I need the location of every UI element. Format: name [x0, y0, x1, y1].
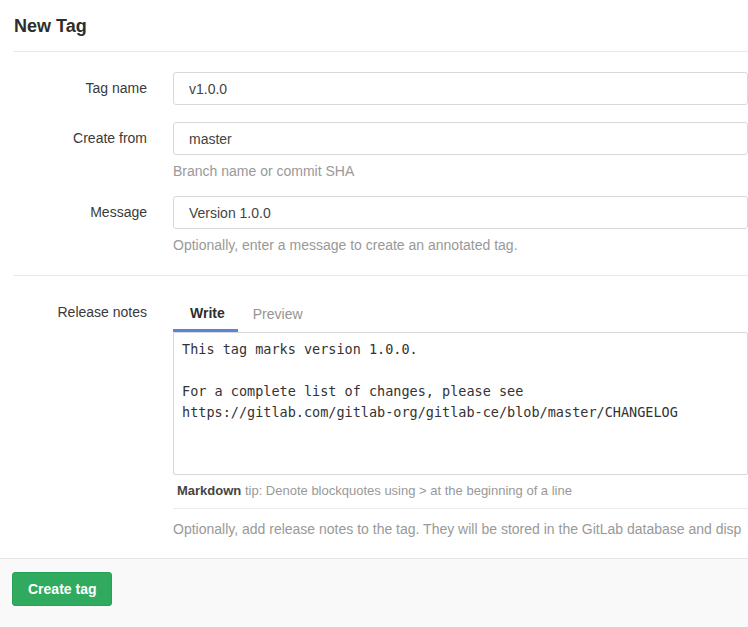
section-divider: [14, 275, 748, 276]
release-notes-textarea[interactable]: This tag marks version 1.0.0. For a comp…: [173, 332, 748, 475]
new-tag-form: Tag name Create from Branch name or comm…: [0, 72, 748, 627]
message-input[interactable]: [173, 196, 748, 229]
create-tag-button[interactable]: Create tag: [12, 572, 112, 606]
page-title: New Tag: [0, 0, 748, 51]
release-notes-row: Release notes Write Preview This tag mar…: [0, 296, 748, 537]
create-from-input[interactable]: [173, 122, 748, 155]
markdown-tabs: Write Preview: [173, 296, 748, 332]
tag-name-input[interactable]: [173, 72, 748, 105]
header-divider: [14, 51, 748, 52]
create-from-label: Create from: [0, 122, 147, 179]
markdown-tip-text: tip: Denote blockquotes using > at the b…: [241, 483, 572, 498]
tag-name-row: Tag name: [0, 72, 748, 105]
markdown-tip: Markdown tip: Denote blockquotes using >…: [173, 475, 748, 509]
message-help: Optionally, enter a message to create an…: [173, 237, 748, 253]
form-actions: Create tag: [0, 558, 748, 627]
markdown-tip-bold: Markdown: [177, 483, 241, 498]
release-notes-label: Release notes: [0, 296, 147, 537]
message-label: Message: [0, 196, 147, 253]
tab-preview[interactable]: Preview: [238, 297, 318, 332]
create-from-row: Create from Branch name or commit SHA: [0, 122, 748, 179]
create-from-help: Branch name or commit SHA: [173, 163, 748, 179]
message-row: Message Optionally, enter a message to c…: [0, 196, 748, 253]
tab-write[interactable]: Write: [173, 296, 238, 332]
release-notes-help: Optionally, add release notes to the tag…: [173, 521, 748, 537]
tag-name-label: Tag name: [0, 72, 147, 105]
